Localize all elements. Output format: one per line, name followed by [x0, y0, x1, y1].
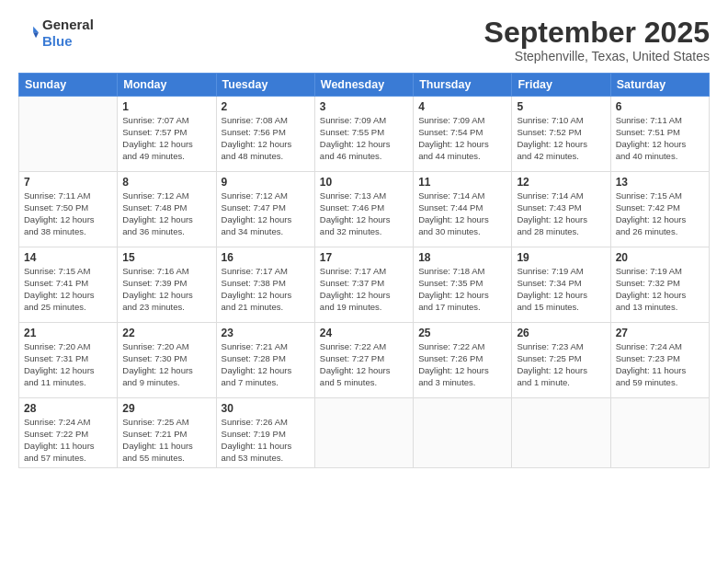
- calendar-cell: 27Sunrise: 7:24 AM Sunset: 7:23 PM Dayli…: [610, 323, 709, 398]
- day-info: Sunrise: 7:12 AM Sunset: 7:47 PM Dayligh…: [222, 190, 310, 237]
- day-number: 17: [320, 251, 408, 264]
- calendar-cell: [512, 398, 610, 468]
- day-number: 29: [122, 402, 210, 415]
- day-info: Sunrise: 7:11 AM Sunset: 7:51 PM Dayligh…: [616, 115, 704, 162]
- col-friday: Friday: [512, 74, 610, 97]
- day-info: Sunrise: 7:08 AM Sunset: 7:56 PM Dayligh…: [222, 115, 310, 162]
- day-info: Sunrise: 7:21 AM Sunset: 7:28 PM Dayligh…: [222, 341, 310, 388]
- calendar-cell: 5Sunrise: 7:10 AM Sunset: 7:52 PM Daylig…: [512, 97, 610, 172]
- calendar-cell: 11Sunrise: 7:14 AM Sunset: 7:44 PM Dayli…: [414, 172, 512, 247]
- calendar-cell: 8Sunrise: 7:12 AM Sunset: 7:48 PM Daylig…: [118, 172, 216, 247]
- calendar-cell: 9Sunrise: 7:12 AM Sunset: 7:47 PM Daylig…: [216, 172, 314, 247]
- calendar-cell: 18Sunrise: 7:18 AM Sunset: 7:35 PM Dayli…: [414, 247, 512, 323]
- day-number: 2: [222, 100, 310, 113]
- day-number: 6: [616, 100, 704, 113]
- calendar-cell: [19, 97, 118, 172]
- calendar-row: 1Sunrise: 7:07 AM Sunset: 7:57 PM Daylig…: [19, 97, 710, 172]
- day-info: Sunrise: 7:22 AM Sunset: 7:26 PM Dayligh…: [418, 341, 506, 388]
- day-info: Sunrise: 7:17 AM Sunset: 7:38 PM Dayligh…: [222, 266, 310, 313]
- title-block: September 2025 Stephenville, Texas, Unit…: [484, 17, 710, 63]
- day-number: 16: [222, 251, 310, 264]
- header: General Blue September 2025 Stephenville…: [18, 17, 710, 63]
- day-number: 25: [418, 327, 506, 339]
- calendar-cell: 15Sunrise: 7:16 AM Sunset: 7:39 PM Dayli…: [118, 247, 216, 323]
- col-thursday: Thursday: [414, 74, 512, 97]
- day-number: 30: [222, 402, 310, 415]
- day-number: 1: [122, 100, 210, 113]
- calendar-row: 21Sunrise: 7:20 AM Sunset: 7:31 PM Dayli…: [19, 323, 710, 398]
- calendar-cell: 7Sunrise: 7:11 AM Sunset: 7:50 PM Daylig…: [19, 172, 118, 247]
- day-info: Sunrise: 7:18 AM Sunset: 7:35 PM Dayligh…: [418, 266, 506, 313]
- day-info: Sunrise: 7:13 AM Sunset: 7:46 PM Dayligh…: [320, 190, 408, 237]
- day-info: Sunrise: 7:14 AM Sunset: 7:43 PM Dayligh…: [517, 190, 605, 237]
- day-number: 13: [616, 176, 704, 189]
- day-number: 15: [122, 251, 210, 264]
- day-info: Sunrise: 7:07 AM Sunset: 7:57 PM Dayligh…: [122, 115, 210, 162]
- col-monday: Monday: [118, 74, 216, 97]
- day-info: Sunrise: 7:12 AM Sunset: 7:48 PM Dayligh…: [122, 190, 210, 237]
- day-number: 14: [24, 251, 112, 264]
- logo-icon: [18, 23, 39, 43]
- day-number: 27: [616, 327, 704, 339]
- calendar-cell: 20Sunrise: 7:19 AM Sunset: 7:32 PM Dayli…: [610, 247, 709, 323]
- logo-blue: Blue: [42, 33, 73, 49]
- day-info: Sunrise: 7:22 AM Sunset: 7:27 PM Dayligh…: [320, 341, 408, 388]
- calendar-row: 7Sunrise: 7:11 AM Sunset: 7:50 PM Daylig…: [19, 172, 710, 247]
- calendar-cell: 26Sunrise: 7:23 AM Sunset: 7:25 PM Dayli…: [512, 323, 610, 398]
- calendar-cell: [414, 398, 512, 468]
- day-number: 4: [418, 100, 506, 113]
- day-info: Sunrise: 7:20 AM Sunset: 7:31 PM Dayligh…: [24, 341, 112, 388]
- day-number: 20: [616, 251, 704, 264]
- month-title: September 2025: [484, 17, 710, 49]
- day-number: 11: [418, 176, 506, 189]
- col-saturday: Saturday: [610, 74, 709, 97]
- day-info: Sunrise: 7:11 AM Sunset: 7:50 PM Dayligh…: [24, 190, 112, 237]
- calendar-cell: 22Sunrise: 7:20 AM Sunset: 7:30 PM Dayli…: [118, 323, 216, 398]
- calendar-cell: 25Sunrise: 7:22 AM Sunset: 7:26 PM Dayli…: [414, 323, 512, 398]
- svg-marker-0: [33, 27, 39, 33]
- day-info: Sunrise: 7:17 AM Sunset: 7:37 PM Dayligh…: [320, 266, 408, 313]
- page: General Blue September 2025 Stephenville…: [0, 0, 728, 563]
- calendar: Sunday Monday Tuesday Wednesday Thursday…: [18, 73, 710, 468]
- col-sunday: Sunday: [19, 74, 118, 97]
- day-number: 26: [517, 327, 605, 339]
- day-number: 10: [320, 176, 408, 189]
- day-number: 23: [222, 327, 310, 339]
- location: Stephenville, Texas, United States: [484, 49, 710, 63]
- day-info: Sunrise: 7:10 AM Sunset: 7:52 PM Dayligh…: [517, 115, 605, 162]
- day-number: 18: [418, 251, 506, 264]
- calendar-cell: 29Sunrise: 7:25 AM Sunset: 7:21 PM Dayli…: [118, 398, 216, 468]
- calendar-cell: 10Sunrise: 7:13 AM Sunset: 7:46 PM Dayli…: [314, 172, 413, 247]
- calendar-cell: 21Sunrise: 7:20 AM Sunset: 7:31 PM Dayli…: [19, 323, 118, 398]
- logo-general: General: [42, 17, 94, 32]
- day-info: Sunrise: 7:14 AM Sunset: 7:44 PM Dayligh…: [418, 190, 506, 237]
- calendar-row: 28Sunrise: 7:24 AM Sunset: 7:22 PM Dayli…: [19, 398, 710, 468]
- calendar-cell: 12Sunrise: 7:14 AM Sunset: 7:43 PM Dayli…: [512, 172, 610, 247]
- col-wednesday: Wednesday: [314, 74, 413, 97]
- day-number: 21: [24, 327, 112, 339]
- day-info: Sunrise: 7:24 AM Sunset: 7:23 PM Dayligh…: [616, 341, 704, 388]
- day-info: Sunrise: 7:19 AM Sunset: 7:32 PM Dayligh…: [616, 266, 704, 313]
- day-number: 5: [517, 100, 605, 113]
- calendar-cell: 1Sunrise: 7:07 AM Sunset: 7:57 PM Daylig…: [118, 97, 216, 172]
- day-number: 3: [320, 100, 408, 113]
- calendar-cell: 14Sunrise: 7:15 AM Sunset: 7:41 PM Dayli…: [19, 247, 118, 323]
- calendar-cell: [314, 398, 413, 468]
- calendar-cell: 6Sunrise: 7:11 AM Sunset: 7:51 PM Daylig…: [610, 97, 709, 172]
- day-info: Sunrise: 7:25 AM Sunset: 7:21 PM Dayligh…: [122, 417, 210, 464]
- calendar-cell: 24Sunrise: 7:22 AM Sunset: 7:27 PM Dayli…: [314, 323, 413, 398]
- day-number: 9: [222, 176, 310, 189]
- day-info: Sunrise: 7:15 AM Sunset: 7:42 PM Dayligh…: [616, 190, 704, 237]
- calendar-row: 14Sunrise: 7:15 AM Sunset: 7:41 PM Dayli…: [19, 247, 710, 323]
- calendar-cell: [610, 398, 709, 468]
- day-number: 8: [122, 176, 210, 189]
- col-tuesday: Tuesday: [216, 74, 314, 97]
- calendar-cell: 28Sunrise: 7:24 AM Sunset: 7:22 PM Dayli…: [19, 398, 118, 468]
- day-info: Sunrise: 7:26 AM Sunset: 7:19 PM Dayligh…: [222, 417, 310, 464]
- calendar-cell: 13Sunrise: 7:15 AM Sunset: 7:42 PM Dayli…: [610, 172, 709, 247]
- day-number: 28: [24, 402, 112, 415]
- calendar-cell: 4Sunrise: 7:09 AM Sunset: 7:54 PM Daylig…: [414, 97, 512, 172]
- day-info: Sunrise: 7:09 AM Sunset: 7:55 PM Dayligh…: [320, 115, 408, 162]
- day-number: 7: [24, 176, 112, 189]
- day-number: 12: [517, 176, 605, 189]
